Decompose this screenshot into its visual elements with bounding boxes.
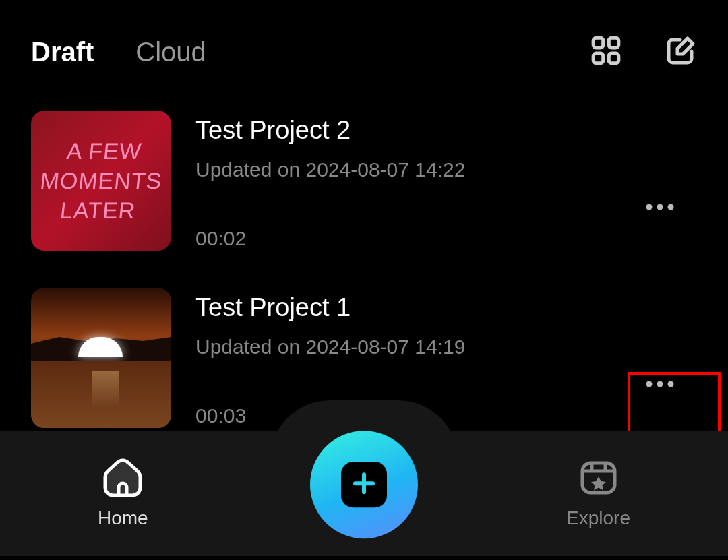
tab-cloud[interactable]: Cloud <box>135 37 206 67</box>
nav-explore[interactable]: Explore <box>566 458 630 529</box>
add-button[interactable] <box>310 431 418 538</box>
svg-rect-3 <box>609 53 619 63</box>
nav-label: Home <box>98 507 148 529</box>
project-list: A FEW MOMENTS LATER Test Project 2 Updat… <box>0 90 728 428</box>
tabs: Draft Cloud <box>31 37 206 67</box>
nav-home[interactable]: Home <box>98 458 148 529</box>
project-title: Test Project 2 <box>195 116 697 145</box>
svg-rect-1 <box>609 38 619 48</box>
thumbnail-caption: A FEW MOMENTS LATER <box>31 136 171 226</box>
header: Draft Cloud <box>0 0 728 90</box>
bottom-nav: Home Explore <box>0 431 728 556</box>
project-title: Test Project 1 <box>195 293 697 322</box>
project-thumbnail[interactable] <box>31 288 171 428</box>
plus-icon <box>351 470 377 499</box>
tab-draft[interactable]: Draft <box>31 37 94 67</box>
svg-point-6 <box>668 204 674 210</box>
home-icon <box>101 458 144 501</box>
svg-rect-2 <box>593 53 603 63</box>
more-button[interactable] <box>616 168 704 249</box>
svg-rect-0 <box>593 38 603 48</box>
edit-icon[interactable] <box>665 34 697 69</box>
explore-icon <box>577 458 620 501</box>
nav-label: Explore <box>566 507 630 529</box>
more-icon <box>644 202 676 214</box>
project-thumbnail[interactable]: A FEW MOMENTS LATER <box>31 111 171 251</box>
svg-point-5 <box>657 204 663 210</box>
more-button[interactable] <box>616 345 704 426</box>
grid-view-icon[interactable] <box>589 34 623 70</box>
header-actions <box>589 34 697 70</box>
project-item[interactable]: A FEW MOMENTS LATER Test Project 2 Updat… <box>31 111 697 251</box>
svg-point-4 <box>646 204 653 210</box>
